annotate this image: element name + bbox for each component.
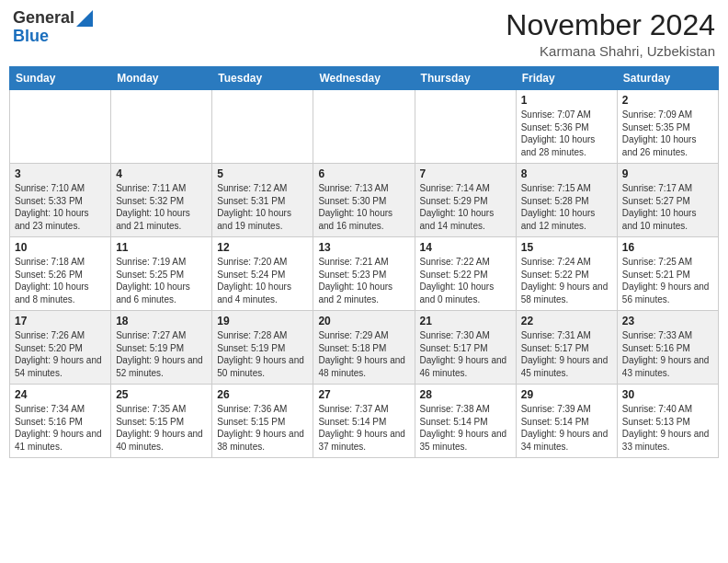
calendar-cell: 16Sunrise: 7:25 AM Sunset: 5:21 PM Dayli… bbox=[617, 237, 718, 311]
calendar-header-friday: Friday bbox=[516, 67, 617, 90]
calendar-week-row: 10Sunrise: 7:18 AM Sunset: 5:26 PM Dayli… bbox=[10, 237, 719, 311]
day-info: Sunrise: 7:25 AM Sunset: 5:21 PM Dayligh… bbox=[622, 256, 713, 305]
calendar-cell: 12Sunrise: 7:20 AM Sunset: 5:24 PM Dayli… bbox=[212, 237, 313, 311]
calendar-cell: 4Sunrise: 7:11 AM Sunset: 5:32 PM Daylig… bbox=[111, 164, 212, 237]
calendar-cell: 17Sunrise: 7:26 AM Sunset: 5:20 PM Dayli… bbox=[10, 311, 111, 385]
day-number: 3 bbox=[15, 167, 106, 180]
title-block: November 2024 Karmana Shahri, Uzbekistan bbox=[506, 9, 715, 59]
day-number: 16 bbox=[622, 241, 713, 254]
calendar-cell: 8Sunrise: 7:15 AM Sunset: 5:28 PM Daylig… bbox=[516, 164, 617, 237]
day-info: Sunrise: 7:19 AM Sunset: 5:25 PM Dayligh… bbox=[116, 256, 207, 305]
day-number: 12 bbox=[217, 241, 308, 254]
calendar-header-saturday: Saturday bbox=[617, 67, 718, 90]
day-number: 18 bbox=[116, 315, 207, 327]
day-number: 30 bbox=[622, 388, 713, 401]
day-info: Sunrise: 7:18 AM Sunset: 5:26 PM Dayligh… bbox=[15, 256, 106, 305]
day-info: Sunrise: 7:13 AM Sunset: 5:30 PM Dayligh… bbox=[318, 182, 409, 232]
calendar-cell: 20Sunrise: 7:29 AM Sunset: 5:18 PM Dayli… bbox=[313, 311, 415, 385]
calendar-cell: 6Sunrise: 7:13 AM Sunset: 5:30 PM Daylig… bbox=[313, 164, 415, 237]
day-info: Sunrise: 7:34 AM Sunset: 5:16 PM Dayligh… bbox=[15, 403, 106, 453]
day-number: 11 bbox=[116, 241, 207, 254]
day-info: Sunrise: 7:37 AM Sunset: 5:14 PM Dayligh… bbox=[318, 403, 409, 453]
calendar-cell bbox=[415, 90, 516, 164]
day-info: Sunrise: 7:20 AM Sunset: 5:24 PM Dayligh… bbox=[217, 256, 308, 305]
day-info: Sunrise: 7:28 AM Sunset: 5:19 PM Dayligh… bbox=[217, 329, 308, 379]
calendar-week-row: 24Sunrise: 7:34 AM Sunset: 5:16 PM Dayli… bbox=[10, 385, 719, 458]
calendar-cell: 13Sunrise: 7:21 AM Sunset: 5:23 PM Dayli… bbox=[313, 237, 415, 311]
day-info: Sunrise: 7:30 AM Sunset: 5:17 PM Dayligh… bbox=[420, 329, 511, 379]
calendar-header-row: SundayMondayTuesdayWednesdayThursdayFrid… bbox=[10, 67, 719, 90]
day-number: 29 bbox=[521, 388, 612, 401]
day-info: Sunrise: 7:17 AM Sunset: 5:27 PM Dayligh… bbox=[622, 182, 713, 232]
day-info: Sunrise: 7:33 AM Sunset: 5:16 PM Dayligh… bbox=[622, 329, 713, 379]
calendar-cell: 7Sunrise: 7:14 AM Sunset: 5:29 PM Daylig… bbox=[415, 164, 516, 237]
day-info: Sunrise: 7:10 AM Sunset: 5:33 PM Dayligh… bbox=[15, 182, 106, 232]
calendar-cell: 18Sunrise: 7:27 AM Sunset: 5:19 PM Dayli… bbox=[111, 311, 212, 385]
day-info: Sunrise: 7:31 AM Sunset: 5:17 PM Dayligh… bbox=[521, 329, 612, 379]
day-info: Sunrise: 7:21 AM Sunset: 5:23 PM Dayligh… bbox=[318, 256, 409, 305]
day-number: 24 bbox=[15, 388, 106, 401]
day-number: 28 bbox=[420, 388, 511, 401]
calendar-header-thursday: Thursday bbox=[415, 67, 516, 90]
day-number: 5 bbox=[217, 167, 308, 180]
day-number: 13 bbox=[318, 241, 409, 254]
day-info: Sunrise: 7:35 AM Sunset: 5:15 PM Dayligh… bbox=[116, 403, 207, 453]
calendar-cell: 15Sunrise: 7:24 AM Sunset: 5:22 PM Dayli… bbox=[516, 237, 617, 311]
logo: General Blue bbox=[13, 9, 93, 46]
day-number: 15 bbox=[521, 241, 612, 254]
day-number: 25 bbox=[116, 388, 207, 401]
calendar-cell: 10Sunrise: 7:18 AM Sunset: 5:26 PM Dayli… bbox=[10, 237, 111, 311]
day-info: Sunrise: 7:36 AM Sunset: 5:15 PM Dayligh… bbox=[217, 403, 308, 453]
calendar-cell: 25Sunrise: 7:35 AM Sunset: 5:15 PM Dayli… bbox=[111, 385, 212, 458]
day-info: Sunrise: 7:27 AM Sunset: 5:19 PM Dayligh… bbox=[116, 329, 207, 379]
calendar-cell: 2Sunrise: 7:09 AM Sunset: 5:35 PM Daylig… bbox=[617, 90, 718, 164]
day-info: Sunrise: 7:15 AM Sunset: 5:28 PM Dayligh… bbox=[521, 182, 612, 232]
logo-general-text: General bbox=[13, 9, 74, 28]
calendar-header-sunday: Sunday bbox=[10, 67, 111, 90]
day-number: 8 bbox=[521, 167, 612, 180]
calendar-cell: 30Sunrise: 7:40 AM Sunset: 5:13 PM Dayli… bbox=[617, 385, 718, 458]
day-number: 1 bbox=[521, 94, 612, 107]
day-number: 7 bbox=[420, 167, 511, 180]
calendar-cell: 3Sunrise: 7:10 AM Sunset: 5:33 PM Daylig… bbox=[10, 164, 111, 237]
day-info: Sunrise: 7:07 AM Sunset: 5:36 PM Dayligh… bbox=[521, 109, 612, 158]
day-number: 21 bbox=[420, 315, 511, 327]
day-number: 27 bbox=[318, 388, 409, 401]
day-number: 10 bbox=[15, 241, 106, 254]
calendar-cell bbox=[10, 90, 111, 164]
calendar-cell: 19Sunrise: 7:28 AM Sunset: 5:19 PM Dayli… bbox=[212, 311, 313, 385]
calendar-cell bbox=[111, 90, 212, 164]
day-info: Sunrise: 7:11 AM Sunset: 5:32 PM Dayligh… bbox=[116, 182, 207, 232]
day-info: Sunrise: 7:39 AM Sunset: 5:14 PM Dayligh… bbox=[521, 403, 612, 453]
calendar-week-row: 3Sunrise: 7:10 AM Sunset: 5:33 PM Daylig… bbox=[10, 164, 719, 237]
calendar-header-tuesday: Tuesday bbox=[212, 67, 313, 90]
logo-triangle-icon bbox=[76, 10, 93, 27]
day-number: 23 bbox=[622, 315, 713, 327]
day-number: 6 bbox=[318, 167, 409, 180]
day-number: 26 bbox=[217, 388, 308, 401]
calendar-cell bbox=[212, 90, 313, 164]
day-info: Sunrise: 7:38 AM Sunset: 5:14 PM Dayligh… bbox=[420, 403, 511, 453]
calendar-cell: 27Sunrise: 7:37 AM Sunset: 5:14 PM Dayli… bbox=[313, 385, 415, 458]
calendar-cell: 23Sunrise: 7:33 AM Sunset: 5:16 PM Dayli… bbox=[617, 311, 718, 385]
day-number: 17 bbox=[15, 315, 106, 327]
calendar-header-monday: Monday bbox=[111, 67, 212, 90]
calendar-cell: 24Sunrise: 7:34 AM Sunset: 5:16 PM Dayli… bbox=[10, 385, 111, 458]
day-info: Sunrise: 7:24 AM Sunset: 5:22 PM Dayligh… bbox=[521, 256, 612, 305]
day-number: 20 bbox=[318, 315, 409, 327]
day-number: 4 bbox=[116, 167, 207, 180]
location-text: Karmana Shahri, Uzbekistan bbox=[506, 43, 715, 59]
day-number: 2 bbox=[622, 94, 713, 107]
calendar-week-row: 1Sunrise: 7:07 AM Sunset: 5:36 PM Daylig… bbox=[10, 90, 719, 164]
calendar-cell: 26Sunrise: 7:36 AM Sunset: 5:15 PM Dayli… bbox=[212, 385, 313, 458]
day-info: Sunrise: 7:26 AM Sunset: 5:20 PM Dayligh… bbox=[15, 329, 106, 379]
logo-blue-text: Blue bbox=[13, 27, 49, 45]
day-number: 9 bbox=[622, 167, 713, 180]
day-info: Sunrise: 7:12 AM Sunset: 5:31 PM Dayligh… bbox=[217, 182, 308, 232]
calendar-header-wednesday: Wednesday bbox=[313, 67, 415, 90]
calendar-cell: 9Sunrise: 7:17 AM Sunset: 5:27 PM Daylig… bbox=[617, 164, 718, 237]
calendar-table: SundayMondayTuesdayWednesdayThursdayFrid… bbox=[9, 66, 719, 458]
day-number: 14 bbox=[420, 241, 511, 254]
svg-marker-0 bbox=[76, 10, 93, 27]
day-number: 22 bbox=[521, 315, 612, 327]
